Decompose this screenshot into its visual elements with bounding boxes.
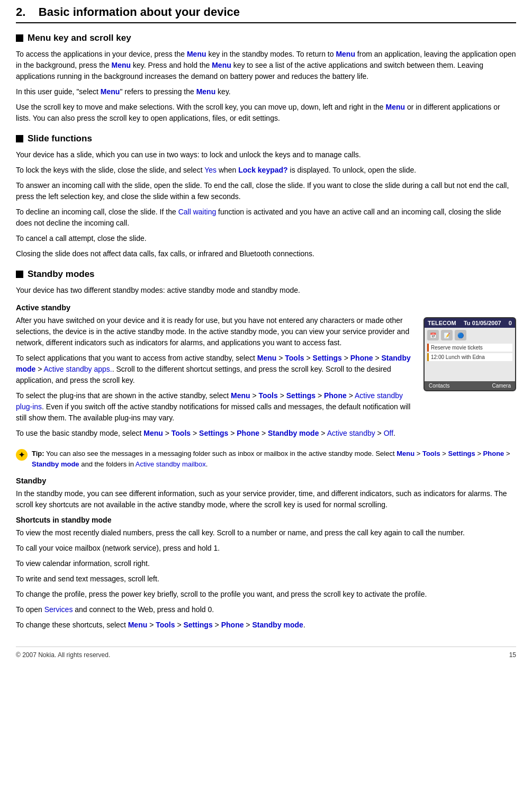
menu-link-tip: Menu	[396, 450, 414, 457]
services-link: Services	[44, 605, 73, 614]
menu-link-sc: Menu	[128, 621, 148, 629]
para-slide-5: To cancel a call attempt, close the slid…	[16, 233, 516, 244]
menu-link-2: Menu	[336, 50, 355, 58]
shortcut-7: To change these shortcuts, select Menu >…	[16, 620, 516, 631]
active-standby-mailbox-link: Active standby mailbox	[136, 460, 206, 468]
footer-copyright: © 2007 Nokia. All rights reserved.	[16, 651, 110, 659]
bullet-icon-3	[16, 271, 23, 278]
footer: © 2007 Nokia. All rights reserved. 15	[16, 647, 516, 659]
chapter-number: 2.	[16, 5, 25, 19]
para-slide-2: To lock the keys with the slide, close t…	[16, 165, 516, 176]
active-standby-apps-link: Active standby apps.	[44, 365, 112, 373]
tip-icon: ✦	[16, 449, 28, 461]
shortcut-5: To change the profile, press the power k…	[16, 589, 516, 600]
page-container: 2. Basic information about your device M…	[0, 0, 532, 669]
device-signal: 0	[509, 320, 512, 326]
menu-link-3: Menu	[112, 61, 131, 69]
para-active-4: To use the basic standby mode, select Me…	[16, 428, 415, 439]
device-event-2: 12:00 Lunch with Edna	[427, 353, 512, 361]
phone-link-sc: Phone	[221, 621, 244, 629]
settings-link-sc: Settings	[183, 621, 212, 629]
phone-link-1: Phone	[350, 354, 373, 362]
device-carrier: TELECOM	[428, 320, 456, 326]
bullet-icon	[16, 34, 23, 42]
tip-box: ✦ Tip: You can also see the messages in …	[16, 448, 516, 469]
para-slide-6: Closing the slide does not affect data c…	[16, 248, 516, 259]
section-slide-heading: Slide functions	[16, 133, 516, 144]
settings-link-3: Settings	[199, 429, 228, 437]
standby-link-sc: Standby mode	[252, 621, 303, 629]
phone-link-3: Phone	[237, 429, 259, 437]
menu-link-5: Menu	[101, 87, 120, 96]
active-standby-text: After you have switched on your device a…	[16, 315, 415, 443]
device-screen-body: 📅 📝 🔵 Reserve movie tickets 12:00 Lunch …	[425, 328, 515, 381]
device-icon-note: 📝	[441, 330, 453, 340]
menu-link-10: Menu	[143, 429, 163, 437]
footer-page-number: 15	[509, 651, 516, 659]
tools-link-sc: Tools	[156, 621, 175, 629]
active-standby-content: After you have switched on your device a…	[16, 315, 516, 443]
device-icon-calendar: 📅	[427, 330, 439, 340]
device-screen-top: TELECOM Tu 01/05/2007 0	[425, 318, 515, 328]
shortcut-2: To call your voice mailbox (network serv…	[16, 543, 516, 554]
subsection-standby-title: Standby	[16, 477, 516, 485]
standby-link-tip: Standby mode	[32, 460, 79, 468]
settings-link-1: Settings	[313, 354, 342, 362]
settings-link-tip: Settings	[448, 450, 475, 457]
device-icons-row: 📅 📝 🔵	[427, 330, 512, 340]
tools-link-1: Tools	[285, 354, 304, 362]
menu-link-4: Menu	[212, 61, 231, 69]
menu-link-1: Menu	[187, 50, 206, 58]
call-waiting-link: Call waiting	[178, 208, 217, 216]
section-menu-key-title: Menu key and scroll key	[28, 33, 131, 43]
active-link: Active standby	[327, 429, 375, 437]
device-bottom-bar: Contacts Camera	[425, 381, 515, 390]
tools-link-2: Tools	[259, 391, 278, 400]
device-image: TELECOM Tu 01/05/2007 0 📅 📝 🔵 Reserve mo…	[423, 317, 516, 391]
device-event-1: Reserve movie tickets	[427, 344, 512, 352]
device-screen: TELECOM Tu 01/05/2007 0 📅 📝 🔵 Reserve mo…	[423, 317, 516, 391]
tools-link-3: Tools	[172, 429, 191, 437]
device-bottom-right: Camera	[492, 383, 511, 389]
para-active-2: To select applications that you want to …	[16, 353, 415, 386]
tools-link-tip: Tools	[422, 450, 440, 457]
section-menu-key-heading: Menu key and scroll key	[16, 33, 516, 43]
para-active-1: After you have switched on your device a…	[16, 315, 415, 348]
section-slide-title: Slide functions	[28, 133, 92, 144]
para-slide-1: Your device has a slide, which you can u…	[16, 149, 516, 160]
device-bottom-left: Contacts	[429, 383, 449, 389]
tip-label: Tip:	[32, 450, 44, 457]
phone-link-tip: Phone	[483, 450, 504, 457]
subsection-active-standby-title: Active standby	[16, 303, 516, 312]
device-icon-bluetooth: 🔵	[455, 330, 466, 340]
settings-link-2: Settings	[286, 391, 315, 400]
chapter-title: Basic information about your device	[39, 5, 240, 19]
phone-link-2: Phone	[324, 391, 347, 400]
tip-text: Tip: You can also see the messages in a …	[32, 448, 516, 469]
lock-keypad-link: Lock keypad?	[238, 166, 287, 174]
page-title: 2. Basic information about your device	[16, 5, 516, 23]
para-menu-3: Use the scroll key to move and make sele…	[16, 102, 516, 124]
para-menu-2: In this user guide, "select Menu" refers…	[16, 86, 516, 97]
device-date: Tu 01/05/2007	[464, 320, 501, 326]
yes-link: Yes	[204, 166, 217, 174]
section-standby-heading: Standby modes	[16, 269, 516, 280]
shortcut-4: To write and send text messages, scroll …	[16, 573, 516, 585]
para-active-3: To select the plug-ins that are shown in…	[16, 390, 415, 424]
off-link: Off	[384, 429, 393, 437]
section-standby-title: Standby modes	[28, 269, 95, 280]
menu-link-7: Menu	[386, 103, 405, 111]
shortcut-6: To open Services and connect to the Web,…	[16, 604, 516, 615]
para-standby-intro: Your device has two different standby mo…	[16, 285, 516, 296]
standby-link-2: Standby mode	[268, 429, 319, 437]
bullet-icon-2	[16, 135, 23, 142]
para-menu-1: To access the applications in your devic…	[16, 49, 516, 82]
menu-link-8: Menu	[257, 354, 277, 362]
para-slide-3: To answer an incoming call with the slid…	[16, 180, 516, 202]
menu-link-9: Menu	[231, 391, 250, 400]
shortcut-1: To view the most recently dialed numbers…	[16, 527, 516, 538]
para-standby-1: In the standby mode, you can see differe…	[16, 488, 516, 510]
shortcut-3: To view calendar information, scroll rig…	[16, 558, 516, 569]
para-slide-4: To decline an incoming call, close the s…	[16, 207, 516, 229]
menu-link-6: Menu	[196, 87, 216, 96]
